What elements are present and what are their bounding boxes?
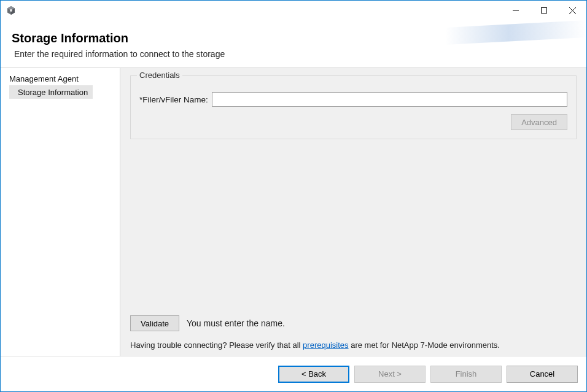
validate-button[interactable]: Validate <box>130 315 179 331</box>
header: Storage Information Enter the required i… <box>1 20 586 68</box>
finish-button[interactable]: Finish <box>430 366 502 383</box>
sidebar: Management Agent Storage Information <box>1 68 120 356</box>
app-icon <box>6 5 17 16</box>
back-button[interactable]: < Back <box>278 366 349 383</box>
help-text: Having trouble connecting? Please verify… <box>130 340 577 350</box>
filer-name-label: *Filer/vFiler Name: <box>139 95 208 104</box>
maximize-button[interactable] <box>530 1 558 20</box>
close-button[interactable] <box>558 1 586 20</box>
advanced-button[interactable]: Advanced <box>511 114 567 130</box>
svg-point-3 <box>10 9 12 12</box>
minimize-button[interactable] <box>502 1 530 20</box>
svg-rect-5 <box>542 8 547 13</box>
next-button[interactable]: Next > <box>354 366 426 383</box>
footer: < Back Next > Finish Cancel <box>1 356 586 391</box>
filer-name-input[interactable] <box>212 92 567 107</box>
page-subtitle: Enter the required information to connec… <box>12 49 575 59</box>
sidebar-item-label: Storage Information <box>18 88 88 97</box>
window-controls <box>502 1 586 20</box>
prerequisites-link[interactable]: prerequisites <box>303 340 348 350</box>
sidebar-item-label: Management Agent <box>9 74 79 83</box>
validation-message: You must enter the name. <box>187 318 285 328</box>
sidebar-item-storage-information[interactable]: Storage Information <box>9 85 93 99</box>
wizard-window: Storage Information Enter the required i… <box>0 0 587 392</box>
credentials-group: Credentials *Filer/vFiler Name: Advanced <box>130 75 577 139</box>
filer-name-row: *Filer/vFiler Name: <box>139 92 567 107</box>
validate-row: Validate You must enter the name. <box>130 309 577 331</box>
sidebar-item-management-agent[interactable]: Management Agent <box>1 72 120 85</box>
credentials-legend: Credentials <box>137 71 182 80</box>
cancel-button[interactable]: Cancel <box>507 366 578 383</box>
page-title: Storage Information <box>12 31 575 45</box>
titlebar <box>1 1 586 20</box>
body: Management Agent Storage Information Cre… <box>1 68 586 356</box>
help-text-prefix: Having trouble connecting? Please verify… <box>130 340 303 350</box>
content-pane: Credentials *Filer/vFiler Name: Advanced… <box>120 68 586 356</box>
help-text-suffix: are met for NetApp 7-Mode environments. <box>349 340 500 350</box>
